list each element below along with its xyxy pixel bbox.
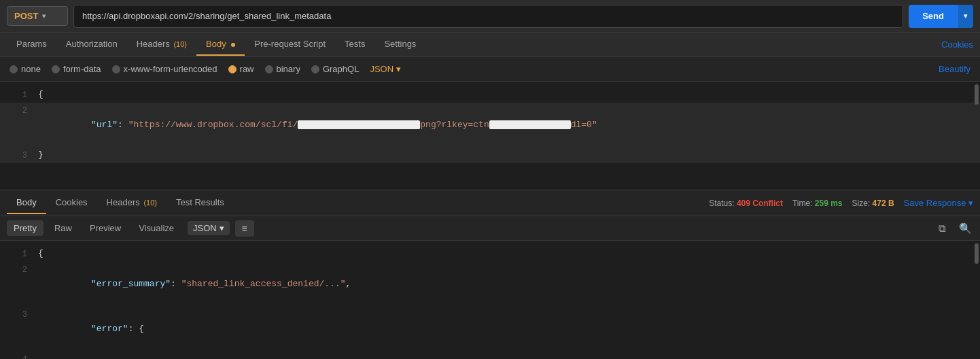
- resp-content-4: ".tag": "shared_link_access_denied": [38, 352, 972, 359]
- req-content-1: {: [38, 87, 972, 102]
- resp-copy-icon[interactable]: ⧉: [934, 220, 950, 237]
- req-line-2: 2 "url": "https://www.dropbox.com/scl/fi…: [0, 103, 980, 148]
- tab-authorization[interactable]: Authorization: [56, 33, 127, 56]
- resp-json-selector[interactable]: JSON ▾: [188, 221, 230, 235]
- resp-line-4: 4 ".tag": "shared_link_access_denied": [0, 352, 980, 359]
- format-graphql-label: GraphQL: [323, 64, 359, 74]
- resp-error-summary-key: "error_summary": [70, 279, 171, 289]
- resp-content-1: {: [38, 246, 972, 261]
- format-form-data[interactable]: form-data: [52, 64, 101, 74]
- response-body-editor[interactable]: 1 { 2 "error_summary": "shared_link_acce…: [0, 241, 980, 359]
- format-none-label: none: [21, 64, 41, 74]
- resp-tab-test-results-label: Test Results: [176, 197, 224, 207]
- resp-line-1: 1 {: [0, 246, 980, 262]
- req-linenum-2: 2: [8, 103, 27, 118]
- resp-error-key: "error": [70, 324, 128, 334]
- json-chevron-icon: ▾: [396, 64, 401, 74]
- save-response-button[interactable]: Save Response ▾: [904, 198, 973, 208]
- resp-tab-headers[interactable]: Headers (10): [97, 192, 167, 214]
- resp-linenum-2: 2: [8, 262, 27, 277]
- tab-tests[interactable]: Tests: [335, 33, 374, 56]
- resp-wrap-button[interactable]: ≡: [235, 220, 254, 237]
- response-tab-bar: Body Cookies Headers (10) Test Results S…: [0, 190, 980, 216]
- resp-tab-cookies[interactable]: Cookies: [46, 192, 97, 214]
- tab-body-dot: [231, 43, 235, 47]
- response-format-bar: Pretty Raw Preview Visualize JSON ▾ ≡ ⧉ …: [0, 216, 980, 241]
- format-binary[interactable]: binary: [265, 64, 300, 74]
- resp-scrollbar[interactable]: [975, 241, 979, 359]
- resp-format-visualize[interactable]: Visualize: [132, 220, 181, 236]
- url-input[interactable]: [73, 5, 903, 28]
- req-url-val-prefix: "https://www.dropbox.com/scl/fi/: [128, 120, 298, 130]
- tab-headers-badge: (10): [173, 40, 187, 48]
- tab-headers-label: Headers: [137, 39, 170, 49]
- resp-format-pretty[interactable]: Pretty: [7, 220, 43, 236]
- tab-body[interactable]: Body: [196, 33, 245, 56]
- resp-format-preview[interactable]: Preview: [83, 220, 128, 236]
- beautify-button[interactable]: Beautify: [939, 64, 970, 74]
- radio-none-dot: [10, 65, 18, 73]
- resp-content-3: "error": {: [38, 307, 972, 352]
- size-value: 472 B: [873, 199, 894, 208]
- resp-format-raw[interactable]: Raw: [48, 220, 79, 236]
- req-linenum-3: 3: [8, 148, 27, 163]
- request-body-editor[interactable]: 1 { 2 "url": "https://www.dropbox.com/sc…: [0, 82, 980, 190]
- status-code: 409 Conflict: [737, 199, 783, 208]
- format-raw-label: raw: [240, 64, 254, 74]
- cookies-link[interactable]: Cookies: [941, 39, 973, 50]
- method-selector[interactable]: POST ▾: [7, 6, 68, 26]
- resp-tab-body[interactable]: Body: [7, 192, 46, 214]
- resp-json-chevron-icon: ▾: [220, 223, 224, 233]
- req-url-mid: png?rlkey=ctn: [420, 120, 489, 130]
- resp-line-3: 3 "error": {: [0, 307, 980, 352]
- top-bar: POST ▾ Send ▾: [0, 0, 980, 33]
- response-status-info: Status: 409 Conflict Time: 259 ms Size: …: [709, 198, 973, 208]
- size-label: Size: 472 B: [852, 199, 894, 208]
- resp-json-label: JSON: [193, 223, 217, 233]
- resp-linenum-1: 1: [8, 246, 27, 262]
- tab-settings[interactable]: Settings: [374, 33, 425, 56]
- format-none[interactable]: none: [10, 64, 41, 74]
- body-format-bar: none form-data x-www-form-urlencoded raw…: [0, 57, 980, 82]
- tab-prerequest[interactable]: Pre-request Script: [245, 33, 335, 56]
- resp-line-2: 2 "error_summary": "shared_link_access_d…: [0, 262, 980, 307]
- resp-search-icon[interactable]: 🔍: [957, 220, 973, 237]
- req-linenum-1: 1: [8, 87, 27, 103]
- send-dropdown-button[interactable]: ▾: [958, 5, 973, 28]
- resp-tab-headers-badge: (10): [143, 199, 157, 207]
- resp-scrollbar-thumb: [975, 243, 979, 264]
- resp-error-summary-val: "shared_link_access_denied/...": [181, 279, 346, 289]
- json-selector[interactable]: JSON ▾: [370, 64, 401, 74]
- radio-raw-dot: [228, 65, 237, 73]
- send-button[interactable]: Send: [909, 5, 958, 28]
- save-response-chevron: ▾: [968, 198, 973, 208]
- radio-binary-dot: [265, 65, 273, 73]
- tab-headers[interactable]: Headers (10): [127, 33, 196, 56]
- resp-linenum-4: 4: [8, 352, 27, 359]
- radio-form-data-dot: [52, 65, 60, 73]
- req-scrollbar[interactable]: [975, 82, 979, 190]
- method-label: POST: [14, 11, 38, 21]
- req-url-suffix: dl=0": [571, 120, 597, 130]
- resp-tab-headers-label: Headers: [107, 197, 140, 207]
- resp-linenum-3: 3: [8, 307, 27, 322]
- req-redacted-2: [489, 120, 571, 129]
- request-tab-bar: Params Authorization Headers (10) Body P…: [0, 33, 980, 57]
- req-redacted-1: [298, 120, 420, 129]
- req-content-2: "url": "https://www.dropbox.com/scl/fi/ …: [38, 103, 972, 148]
- format-graphql[interactable]: GraphQL: [311, 64, 359, 74]
- req-content-3: }: [38, 148, 972, 163]
- resp-action-icons: ⧉ 🔍: [934, 220, 973, 237]
- req-line-3: 3 }: [0, 148, 980, 163]
- req-scrollbar-thumb: [975, 84, 979, 105]
- format-urlencoded[interactable]: x-www-form-urlencoded: [112, 64, 217, 74]
- status-label: Status: 409 Conflict: [709, 199, 783, 208]
- time-value: 259 ms: [815, 199, 843, 208]
- resp-content-2: "error_summary": "shared_link_access_den…: [38, 262, 972, 307]
- tab-params[interactable]: Params: [7, 33, 56, 56]
- req-url-key: "url": [70, 120, 118, 130]
- tab-body-label: Body: [206, 39, 226, 49]
- format-form-data-label: form-data: [63, 64, 101, 74]
- format-raw[interactable]: raw: [228, 64, 254, 74]
- resp-tab-test-results[interactable]: Test Results: [167, 192, 234, 214]
